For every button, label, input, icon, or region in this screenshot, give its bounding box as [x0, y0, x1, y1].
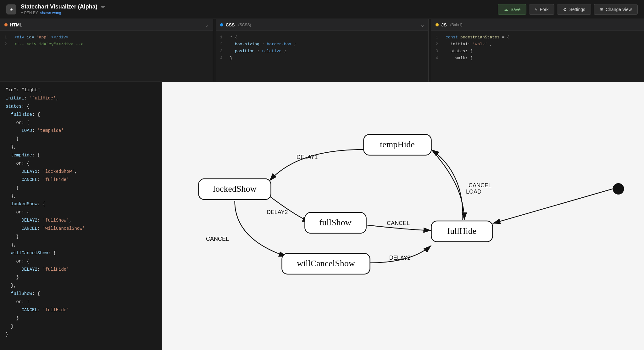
label-cancel-fullShow: CANCEL [387, 220, 410, 226]
code-line: fullShow: { [6, 290, 156, 298]
code-line: fullHide: { [6, 111, 156, 119]
html-css-divider[interactable] [213, 19, 216, 82]
css-editor-panel: CSS (SCSS) ⌄ 1 * { 2 box-sizing : border… [216, 19, 429, 82]
js-title: JS [441, 22, 447, 27]
initial-arrow [493, 189, 613, 223]
html-editor-header: HTML ⌄ [0, 19, 213, 31]
editors-row: HTML ⌄ 1 <div id= "app" ></div> 2 <!-- <… [0, 19, 644, 82]
settings-icon: ⚙ [563, 7, 567, 12]
initial-state-dot [613, 183, 624, 195]
code-line: on: { [6, 160, 156, 168]
statechart-diagram: DELAY1 CANCEL DELAY2 CANCEL CANCEL DELAY… [162, 82, 644, 350]
code-line: tempHide: { [6, 151, 156, 160]
label-fullHide: fullHide [447, 226, 476, 236]
label-delay2-willCancelShow: DELAY2 [389, 255, 411, 261]
code-line: states: { [6, 103, 156, 111]
html-title: HTML [10, 22, 22, 27]
save-icon: ☁ [504, 7, 508, 12]
code-line: DELAY1: 'lockedShow', [6, 168, 156, 176]
css-editor-header: CSS (SCSS) ⌄ [216, 19, 429, 31]
code-line: willCancelShow: { [6, 249, 156, 257]
fork-button[interactable]: ⑂ Fork [529, 4, 554, 15]
label-fullShow: fullShow [319, 217, 352, 227]
css-js-divider[interactable] [429, 19, 431, 82]
code-line: } [6, 184, 156, 192]
css-title: CSS [226, 22, 235, 27]
code-line: } [6, 233, 156, 241]
label-cancel-tempHide: CANCEL [469, 182, 491, 189]
code-line: } [6, 135, 156, 143]
js-editor-header: JS (Babel) [431, 19, 644, 31]
arrow-fullHide-tempHide [431, 150, 463, 220]
css-line-4: 4 } [220, 55, 424, 62]
html-editor-content[interactable]: 1 <div id= "app" ></div> 2 <!-- <div id=… [0, 31, 213, 82]
change-view-icon: ⊞ [600, 7, 603, 12]
code-line: CANCEL: 'willCancelShow' [6, 225, 156, 233]
code-line: DELAY2: 'fullShow', [6, 217, 156, 225]
code-line: }, [6, 143, 156, 151]
html-dot [4, 23, 8, 26]
js-line-2: 2 initial: 'walk' , [436, 41, 640, 48]
js-dot [436, 23, 439, 26]
code-panel[interactable]: "id": "light", initial: 'fullHide', stat… [0, 82, 162, 350]
arrow-tempHide-fullHide [431, 150, 464, 220]
topbar-left: ◈ Statechart Visualizer (Alpha) ✏ A PEN … [6, 3, 105, 15]
html-line-2: 2 <!-- <div id="cy"></div> --> [4, 41, 208, 48]
js-subtitle: (Babel) [449, 23, 462, 27]
code-line: } [6, 331, 156, 339]
code-line: } [6, 314, 156, 323]
author-line: A PEN BY shawn wang [21, 11, 105, 15]
code-line: CANCEL: 'fullHide' [6, 176, 156, 184]
label-lockedShow: lockedShow [213, 184, 257, 194]
code-line: "id": "light", [6, 86, 156, 94]
code-line: on: { [6, 257, 156, 266]
code-line: on: { [6, 208, 156, 217]
js-editor-panel: JS (Babel) 1 const pedestrianStates = { … [431, 19, 644, 82]
label-willCancelShow: willCancelShow [297, 258, 355, 268]
main-area: "id": "light", initial: 'fullHide', stat… [0, 82, 644, 350]
css-dot [220, 23, 223, 26]
code-line: on: { [6, 298, 156, 306]
js-line-3: 3 states: { [436, 48, 640, 55]
settings-button[interactable]: ⚙ Settings [557, 4, 591, 15]
topbar: ◈ Statechart Visualizer (Alpha) ✏ A PEN … [0, 0, 644, 19]
label-delay2-lockedShow: DELAY2 [267, 209, 288, 215]
code-line: LOAD: 'tempHide' [6, 127, 156, 135]
code-line: CANCEL: 'fullHide' [6, 306, 156, 314]
app-info: Statechart Visualizer (Alpha) ✏ A PEN BY… [21, 3, 105, 15]
css-expand[interactable]: ⌄ [421, 22, 424, 28]
code-line: }, [6, 241, 156, 249]
html-line-1: 1 <div id= "app" ></div> [4, 34, 208, 41]
save-button[interactable]: ☁ Save [498, 4, 526, 15]
edit-icon: ✏ [101, 4, 105, 10]
change-view-button[interactable]: ⊞ Change View [594, 4, 638, 15]
js-editor-content[interactable]: 1 const pedestrianStates = { 2 initial: … [431, 31, 644, 82]
code-line: initial: 'fullHide', [6, 94, 156, 103]
app-title: Statechart Visualizer (Alpha) [21, 3, 97, 10]
code-line: on: { [6, 119, 156, 127]
diagram-panel: DELAY1 CANCEL DELAY2 CANCEL CANCEL DELAY… [162, 82, 644, 350]
html-expand[interactable]: ⌄ [205, 22, 208, 28]
fork-icon: ⑂ [535, 7, 537, 12]
css-editor-content[interactable]: 1 * { 2 box-sizing : border-box ; 3 posi… [216, 31, 429, 82]
label-cancel-lockedShow: CANCEL [206, 236, 229, 242]
js-line-4: 4 walk: { [436, 55, 640, 62]
code-line: } [6, 323, 156, 331]
code-line: }, [6, 282, 156, 290]
code-line: lockedShow: { [6, 200, 156, 208]
author-name: shawn wang [40, 11, 61, 15]
topbar-right: ☁ Save ⑂ Fork ⚙ Settings ⊞ Change View [498, 4, 638, 15]
code-line: DELAY2: 'fullHide' [6, 266, 156, 274]
label-tempHide: tempHide [380, 139, 414, 149]
app-icon: ◈ [6, 4, 16, 14]
css-line-1: 1 * { [220, 34, 424, 41]
code-line: }, [6, 192, 156, 200]
css-subtitle: (SCSS) [237, 23, 251, 27]
html-editor-panel: HTML ⌄ 1 <div id= "app" ></div> 2 <!-- <… [0, 19, 213, 82]
label-delay1: DELAY1 [297, 154, 318, 160]
css-line-2: 2 box-sizing : border-box ; [220, 41, 424, 48]
css-line-3: 3 position : relative ; [220, 48, 424, 55]
label-load: LOAD [466, 189, 481, 195]
code-line: } [6, 274, 156, 282]
js-line-1: 1 const pedestrianStates = { [436, 34, 640, 41]
